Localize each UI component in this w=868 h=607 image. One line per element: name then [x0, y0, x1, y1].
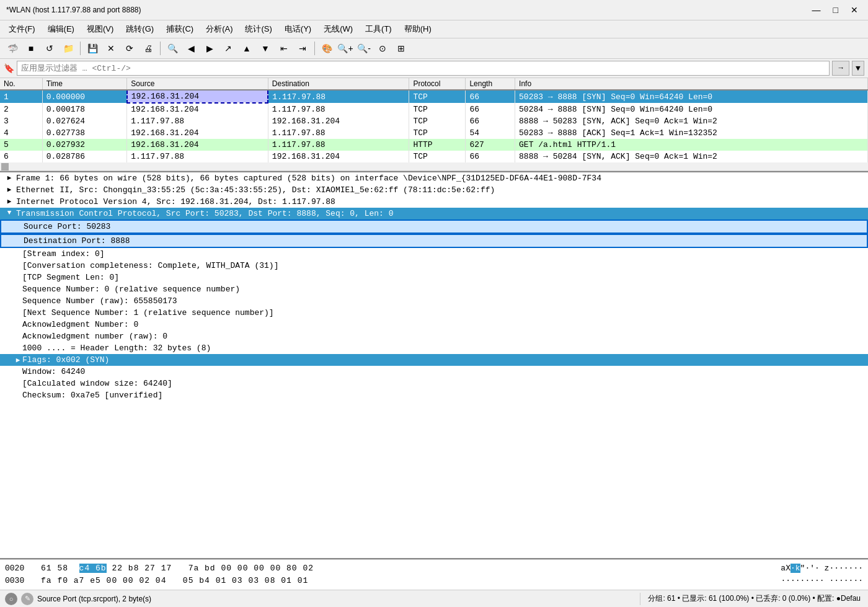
status-bar: ○ ✎ Source Port (tcp.srcport), 2 byte(s)…: [0, 590, 868, 607]
detail-sub-seq-num[interactable]: Sequence Number: 0 (relative sequence nu…: [0, 283, 868, 295]
toolbar-resize-cols[interactable]: ⊞: [392, 40, 410, 56]
hex-row-0020: 0020 61 58 c4 6b 22 b8 27 17 7a bd 00 00…: [5, 562, 863, 575]
menu-item-4[interactable]: 捕获(C): [161, 22, 198, 36]
menu-item-5[interactable]: 分析(A): [201, 22, 237, 36]
detail-toggle-frame[interactable]: ▶: [5, 174, 14, 182]
packet-cell-5: 66: [466, 90, 515, 103]
detail-text-seq-num: Sequence Number: 0 (relative sequence nu…: [22, 285, 240, 294]
detail-item-tcp[interactable]: ▼Transmission Control Protocol, Src Port…: [0, 208, 868, 219]
toolbar-first-packet[interactable]: ⇤: [275, 40, 293, 56]
packet-cell-3: 192.168.31.204: [268, 115, 409, 127]
packet-cell-4: TCP: [409, 151, 466, 162]
toolbar-prev-packet[interactable]: ▲: [238, 40, 255, 56]
detail-toggle-ethernet[interactable]: ▶: [5, 185, 14, 193]
detail-text-checksum: Checksum: 0xa7e5 [unverified]: [22, 391, 162, 400]
detail-sub-header-len[interactable]: 1000 .... = Header Length: 32 bytes (8): [0, 342, 868, 354]
toolbar-next-packet[interactable]: ▼: [257, 40, 274, 56]
menu-item-10[interactable]: 帮助(H): [399, 22, 436, 36]
detail-sub-next-seq[interactable]: [Next Sequence Number: 1 (relative seque…: [0, 307, 868, 319]
toolbar-save[interactable]: 💾: [84, 40, 101, 56]
toolbar-forward[interactable]: ▶: [201, 40, 218, 56]
menu-item-2[interactable]: 视图(V): [82, 22, 118, 36]
toolbar-goto[interactable]: ↗: [219, 40, 237, 56]
table-row[interactable]: 60.0287861.117.97.88192.168.31.204TCP668…: [0, 151, 868, 162]
detail-sub-stream-index[interactable]: [Stream index: 0]: [0, 248, 868, 260]
detail-text-next-seq: [Next Sequence Number: 1 (relative seque…: [22, 308, 274, 317]
table-row[interactable]: 40.027738192.168.31.2041.117.97.88TCP545…: [0, 127, 868, 139]
menu-item-6[interactable]: 统计(S): [240, 22, 277, 36]
menu-item-3[interactable]: 跳转(G): [121, 22, 159, 36]
maximize-button[interactable]: □: [830, 4, 842, 16]
detail-sub-ack-raw[interactable]: Acknowledgment number (raw): 0: [0, 330, 868, 342]
filter-input[interactable]: [17, 61, 830, 76]
menu-item-7[interactable]: 电话(Y): [280, 22, 316, 36]
detail-sub-calc-window[interactable]: [Calculated window size: 64240]: [0, 378, 868, 389]
packet-cell-1: 0.027932: [42, 139, 127, 151]
minimize-button[interactable]: —: [808, 4, 825, 16]
packet-cell-6: GET /a.html HTTP/1.1: [515, 139, 868, 151]
table-row[interactable]: 50.027932192.168.31.2041.117.97.88HTTP62…: [0, 139, 868, 151]
detail-text-dst-port: Destination Port: 8888: [24, 236, 130, 246]
toolbar-reload[interactable]: ⟳: [121, 40, 138, 56]
packet-cell-4: TCP: [409, 90, 466, 103]
menu-item-1[interactable]: 编辑(E): [43, 22, 79, 36]
detail-sub-tcp-seg-len[interactable]: [TCP Segment Len: 0]: [0, 272, 868, 283]
toolbar-start-capture[interactable]: 🦈: [4, 40, 21, 56]
filter-dropdown-button[interactable]: ▼: [852, 61, 864, 76]
toolbar-close-file[interactable]: ✕: [102, 40, 120, 56]
detail-item-ipv4[interactable]: ▶Internet Protocol Version 4, Src: 192.1…: [0, 196, 868, 208]
detail-pane[interactable]: ▶Frame 1: 66 bytes on wire (528 bits), 6…: [0, 172, 868, 559]
packet-list: No. Time Source Destination Protocol Len…: [0, 78, 868, 172]
detail-sub-flags[interactable]: ▶Flags: 0x002 (SYN): [0, 354, 868, 366]
col-header-length: Length: [466, 78, 515, 90]
hex-offset-0030: 0030: [5, 575, 36, 587]
detail-sub-window[interactable]: Window: 64240: [0, 366, 868, 378]
toolbar-print[interactable]: 🖨: [140, 40, 157, 56]
menu-item-0[interactable]: 文件(F): [4, 22, 40, 36]
status-edit-icon[interactable]: ✎: [21, 593, 33, 605]
packet-cell-2: 1.117.97.88: [127, 151, 268, 162]
detail-toggle-flags[interactable]: ▶: [14, 356, 22, 364]
detail-sub-ack-num[interactable]: Acknowledgment Number: 0: [0, 319, 868, 330]
detail-sub-dst-port[interactable]: Destination Port: 8888: [0, 234, 868, 248]
status-dot-icon[interactable]: ○: [5, 593, 17, 605]
detail-sub-checksum[interactable]: Checksum: 0xa7e5 [unverified]: [0, 389, 868, 401]
packet-cell-1: 0.000178: [42, 103, 127, 115]
hex-bytes-0020: 61 58 c4 6b 22 b8 27 17 7a bd 00 00 00 0…: [41, 562, 776, 575]
toolbar-back[interactable]: ◀: [182, 40, 200, 56]
toolbar-last-packet[interactable]: ⇥: [294, 40, 311, 56]
detail-item-frame[interactable]: ▶Frame 1: 66 bytes on wire (528 bits), 6…: [0, 172, 868, 184]
toolbar-restart-capture[interactable]: ↺: [41, 40, 58, 56]
toolbar-colorize[interactable]: 🎨: [318, 40, 335, 56]
detail-toggle-ipv4[interactable]: ▶: [5, 197, 14, 205]
table-row[interactable]: 30.0276241.117.97.88192.168.31.204TCP668…: [0, 115, 868, 127]
hex-ascii-0020: aX·k"·'· z·······: [781, 562, 863, 575]
packet-cell-6: 8888 → 50283 [SYN, ACK] Seq=0 Ack=1 Win=…: [515, 115, 868, 127]
table-row[interactable]: 20.000178192.168.31.2041.117.97.88TCP665…: [0, 103, 868, 115]
detail-item-ethernet[interactable]: ▶Ethernet II, Src: Chongqin_33:55:25 (5c…: [0, 184, 868, 196]
packet-cell-4: HTTP: [409, 139, 466, 151]
toolbar-zoom-out[interactable]: 🔍-: [355, 40, 373, 56]
toolbar-zoom-in[interactable]: 🔍+: [337, 40, 354, 56]
close-button[interactable]: ✕: [847, 4, 862, 16]
toolbar-find[interactable]: 🔍: [164, 40, 181, 56]
title-bar: *WLAN (host 1.117.97.88 and port 8888) —…: [0, 0, 868, 20]
packet-list-hscroll[interactable]: [0, 162, 868, 171]
detail-toggle-tcp[interactable]: ▼: [5, 209, 14, 216]
toolbar-zoom-reset[interactable]: ⊙: [374, 40, 391, 56]
detail-text-window: Window: 64240: [22, 367, 85, 376]
detail-sub-seq-raw[interactable]: Sequence Number (raw): 655850173: [0, 295, 868, 307]
toolbar-open-file[interactable]: 📁: [60, 40, 77, 56]
window-title: *WLAN (host 1.117.97.88 and port 8888): [6, 6, 141, 14]
detail-sub-src-port[interactable]: Source Port: 50283: [0, 219, 868, 234]
table-row[interactable]: 10.000000192.168.31.2041.117.97.88TCP665…: [0, 90, 868, 103]
filter-apply-button[interactable]: →: [832, 61, 849, 76]
menu-item-8[interactable]: 无线(W): [319, 22, 358, 36]
menu-item-9[interactable]: 工具(T): [360, 22, 397, 36]
detail-sub-conv-complete[interactable]: [Conversation completeness: Complete, WI…: [0, 260, 868, 272]
packet-cell-0: 1: [0, 90, 42, 103]
detail-text-ipv4: Internet Protocol Version 4, Src: 192.16…: [16, 197, 863, 206]
toolbar-stop-capture[interactable]: ■: [22, 40, 40, 56]
packet-cell-3: 1.117.97.88: [268, 139, 409, 151]
toolbar-separator-1: [80, 42, 81, 55]
